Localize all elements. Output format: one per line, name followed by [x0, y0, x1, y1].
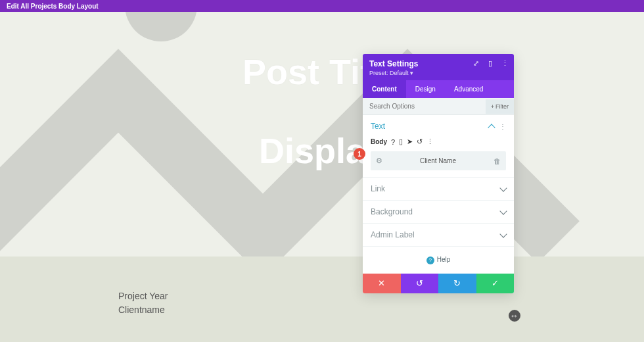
section-background[interactable]: Background [363, 201, 514, 224]
section-link[interactable]: Link [363, 178, 514, 201]
body-row: Body ? ▯ ➤ ↺ ⋮ [371, 137, 506, 146]
tab-advanced[interactable]: Advanced [445, 80, 492, 98]
section-text-title: Text [371, 122, 385, 131]
filter-button[interactable]: +Filter [486, 99, 514, 114]
tab-design[interactable]: Design [406, 80, 445, 98]
hero-area: Post Title Display [0, 12, 644, 256]
panel-preset[interactable]: Preset: Default ▾ [369, 70, 507, 76]
plus-icon: + [491, 103, 494, 110]
panel-tabs: Content Design Advanced [363, 80, 514, 98]
trash-icon[interactable]: 🗑 [494, 157, 501, 165]
section-text-header[interactable]: Text ⋮ [371, 122, 506, 131]
panel-header[interactable]: Text Settings Preset: Default ▾ ⤢ ▯ ⋮ [363, 54, 514, 80]
top-bar: Edit All Projects Body Layout [0, 0, 644, 12]
chevron-down-icon [499, 230, 507, 237]
project-meta: Project Year Clientname [118, 289, 168, 317]
cursor-icon[interactable]: ➤ [407, 137, 413, 146]
section-admin-title: Admin Label [371, 230, 415, 239]
body-label: Body [371, 138, 387, 145]
columns-icon[interactable]: ▯ [486, 59, 494, 67]
top-bar-title: Edit All Projects Body Layout [7, 3, 99, 10]
chevron-down-icon [499, 184, 507, 191]
undo-icon[interactable]: ↺ [417, 137, 423, 146]
section-text: Text ⋮ Body ? ▯ ➤ ↺ ⋮ ⚙ Client Name 🗑 [363, 115, 514, 178]
expand-icon[interactable]: ⤢ [472, 59, 480, 67]
search-input[interactable] [363, 98, 486, 114]
section-more-icon[interactable]: ⋮ [499, 123, 506, 130]
body-content-value: Client Name [382, 157, 494, 164]
meta-year: Project Year [118, 289, 168, 303]
help-row[interactable]: ?Help [363, 247, 514, 274]
delete-button[interactable]: ✕ [363, 274, 401, 293]
meta-client: Clientname [118, 303, 168, 317]
body-content-field[interactable]: ⚙ Client Name 🗑 [371, 151, 506, 170]
section-admin-label[interactable]: Admin Label [363, 224, 514, 247]
help-badge-icon: ? [426, 256, 434, 264]
section-background-title: Background [371, 207, 413, 216]
redo-button[interactable]: ↻ [438, 274, 476, 293]
confirm-button[interactable]: ✓ [476, 274, 515, 293]
tab-content[interactable]: Content [363, 80, 406, 98]
more-icon[interactable]: ⋮ [501, 59, 509, 67]
svg-point-0 [125, 12, 197, 41]
help-icon[interactable]: ? [391, 138, 395, 146]
text-settings-panel: Text Settings Preset: Default ▾ ⤢ ▯ ⋮ Co… [363, 54, 514, 293]
floating-expand-icon[interactable]: ⤢ [506, 307, 522, 324]
chevron-up-icon [488, 124, 495, 131]
panel-footer: ✕ ↺ ↻ ✓ [363, 274, 514, 293]
undo-button[interactable]: ↺ [401, 274, 439, 293]
search-row: +Filter [363, 98, 514, 115]
gear-icon[interactable]: ⚙ [376, 157, 382, 165]
chevron-down-icon [499, 207, 507, 214]
tablet-icon[interactable]: ▯ [399, 137, 403, 146]
section-link-title: Link [371, 184, 385, 193]
more-icon[interactable]: ⋮ [426, 137, 434, 146]
step-badge-1: 1 [354, 148, 365, 160]
